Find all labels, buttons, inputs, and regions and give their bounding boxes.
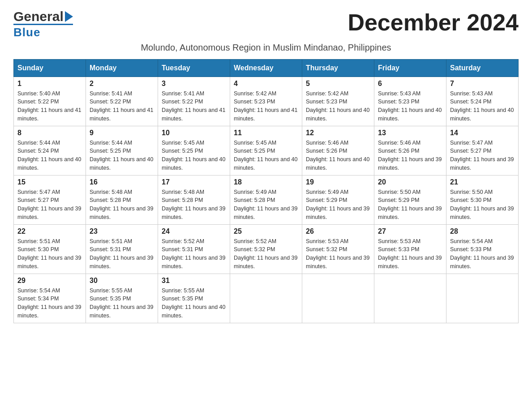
logo-arrow-icon bbox=[65, 11, 73, 22]
col-thursday: Thursday bbox=[302, 59, 374, 77]
day-info: Sunrise: 5:44 AMSunset: 5:25 PMDaylight:… bbox=[90, 140, 153, 171]
calendar-week-row: 29 Sunrise: 5:54 AMSunset: 5:34 PMDaylig… bbox=[14, 274, 519, 323]
calendar-day-cell: 18 Sunrise: 5:49 AMSunset: 5:28 PMDaylig… bbox=[230, 175, 302, 224]
col-friday: Friday bbox=[374, 59, 446, 77]
day-info: Sunrise: 5:51 AMSunset: 5:31 PMDaylight:… bbox=[90, 238, 153, 270]
header: General Blue December 2024 bbox=[13, 9, 519, 39]
day-number: 20 bbox=[378, 178, 442, 186]
day-number: 25 bbox=[234, 227, 298, 235]
day-number: 1 bbox=[17, 80, 82, 88]
calendar-day-cell: 31 Sunrise: 5:55 AMSunset: 5:35 PMDaylig… bbox=[158, 274, 230, 323]
calendar-day-cell bbox=[302, 274, 374, 323]
day-number: 28 bbox=[450, 227, 515, 235]
calendar-day-cell bbox=[446, 274, 519, 323]
day-number: 7 bbox=[450, 80, 515, 88]
day-number: 29 bbox=[17, 277, 82, 285]
day-info: Sunrise: 5:46 AMSunset: 5:26 PMDaylight:… bbox=[378, 140, 442, 171]
day-number: 2 bbox=[90, 80, 154, 88]
day-info: Sunrise: 5:44 AMSunset: 5:24 PMDaylight:… bbox=[17, 140, 81, 171]
day-info: Sunrise: 5:55 AMSunset: 5:35 PMDaylight:… bbox=[90, 287, 153, 319]
day-info: Sunrise: 5:55 AMSunset: 5:35 PMDaylight:… bbox=[162, 287, 225, 319]
calendar-day-cell: 6 Sunrise: 5:43 AMSunset: 5:23 PMDayligh… bbox=[374, 77, 446, 126]
day-number: 18 bbox=[234, 178, 298, 186]
calendar-day-cell: 5 Sunrise: 5:42 AMSunset: 5:23 PMDayligh… bbox=[302, 77, 374, 126]
calendar-day-cell: 13 Sunrise: 5:46 AMSunset: 5:26 PMDaylig… bbox=[374, 126, 446, 175]
calendar-week-row: 8 Sunrise: 5:44 AMSunset: 5:24 PMDayligh… bbox=[14, 126, 519, 175]
col-monday: Monday bbox=[86, 59, 158, 77]
day-info: Sunrise: 5:52 AMSunset: 5:32 PMDaylight:… bbox=[234, 238, 297, 270]
day-info: Sunrise: 5:46 AMSunset: 5:26 PMDaylight:… bbox=[306, 140, 369, 171]
day-number: 21 bbox=[450, 178, 515, 186]
calendar-day-cell: 8 Sunrise: 5:44 AMSunset: 5:24 PMDayligh… bbox=[14, 126, 86, 175]
day-number: 9 bbox=[90, 129, 154, 137]
day-number: 3 bbox=[162, 80, 226, 88]
day-info: Sunrise: 5:49 AMSunset: 5:28 PMDaylight:… bbox=[234, 189, 297, 220]
calendar-day-cell: 19 Sunrise: 5:49 AMSunset: 5:29 PMDaylig… bbox=[302, 175, 374, 224]
calendar-day-cell: 15 Sunrise: 5:47 AMSunset: 5:27 PMDaylig… bbox=[14, 175, 86, 224]
col-wednesday: Wednesday bbox=[230, 59, 302, 77]
day-info: Sunrise: 5:52 AMSunset: 5:31 PMDaylight:… bbox=[162, 238, 225, 270]
calendar-day-cell bbox=[374, 274, 446, 323]
day-info: Sunrise: 5:49 AMSunset: 5:29 PMDaylight:… bbox=[306, 189, 369, 220]
day-info: Sunrise: 5:41 AMSunset: 5:22 PMDaylight:… bbox=[162, 90, 225, 122]
day-info: Sunrise: 5:50 AMSunset: 5:30 PMDaylight:… bbox=[450, 189, 514, 220]
day-info: Sunrise: 5:54 AMSunset: 5:33 PMDaylight:… bbox=[450, 238, 514, 270]
day-number: 4 bbox=[234, 80, 298, 88]
logo: General Blue bbox=[13, 9, 73, 39]
day-number: 23 bbox=[90, 227, 154, 235]
day-number: 16 bbox=[90, 178, 154, 186]
calendar-day-cell: 25 Sunrise: 5:52 AMSunset: 5:32 PMDaylig… bbox=[230, 224, 302, 274]
calendar-header-row: Sunday Monday Tuesday Wednesday Thursday… bbox=[14, 59, 519, 77]
logo-line1: General bbox=[13, 9, 73, 24]
calendar-day-cell: 14 Sunrise: 5:47 AMSunset: 5:27 PMDaylig… bbox=[446, 126, 519, 175]
calendar-day-cell: 17 Sunrise: 5:48 AMSunset: 5:28 PMDaylig… bbox=[158, 175, 230, 224]
calendar-day-cell: 22 Sunrise: 5:51 AMSunset: 5:30 PMDaylig… bbox=[14, 224, 86, 274]
day-info: Sunrise: 5:43 AMSunset: 5:23 PMDaylight:… bbox=[378, 90, 442, 122]
calendar-day-cell: 9 Sunrise: 5:44 AMSunset: 5:25 PMDayligh… bbox=[86, 126, 158, 175]
day-number: 13 bbox=[378, 129, 442, 137]
day-info: Sunrise: 5:42 AMSunset: 5:23 PMDaylight:… bbox=[306, 90, 369, 122]
calendar-week-row: 22 Sunrise: 5:51 AMSunset: 5:30 PMDaylig… bbox=[14, 224, 519, 274]
day-info: Sunrise: 5:48 AMSunset: 5:28 PMDaylight:… bbox=[162, 189, 225, 220]
day-number: 22 bbox=[17, 227, 82, 235]
day-number: 5 bbox=[306, 80, 370, 88]
calendar-day-cell: 3 Sunrise: 5:41 AMSunset: 5:22 PMDayligh… bbox=[158, 77, 230, 126]
day-info: Sunrise: 5:42 AMSunset: 5:23 PMDaylight:… bbox=[234, 90, 297, 122]
day-info: Sunrise: 5:50 AMSunset: 5:29 PMDaylight:… bbox=[378, 189, 442, 220]
day-number: 12 bbox=[306, 129, 370, 137]
day-info: Sunrise: 5:47 AMSunset: 5:27 PMDaylight:… bbox=[17, 189, 81, 220]
col-sunday: Sunday bbox=[14, 59, 86, 77]
day-info: Sunrise: 5:47 AMSunset: 5:27 PMDaylight:… bbox=[450, 140, 514, 171]
calendar-day-cell: 30 Sunrise: 5:55 AMSunset: 5:35 PMDaylig… bbox=[86, 274, 158, 323]
calendar-week-row: 1 Sunrise: 5:40 AMSunset: 5:22 PMDayligh… bbox=[14, 77, 519, 126]
calendar-day-cell: 28 Sunrise: 5:54 AMSunset: 5:33 PMDaylig… bbox=[446, 224, 519, 274]
calendar-day-cell: 27 Sunrise: 5:53 AMSunset: 5:33 PMDaylig… bbox=[374, 224, 446, 274]
calendar-day-cell: 7 Sunrise: 5:43 AMSunset: 5:24 PMDayligh… bbox=[446, 77, 519, 126]
calendar-day-cell: 1 Sunrise: 5:40 AMSunset: 5:22 PMDayligh… bbox=[14, 77, 86, 126]
day-info: Sunrise: 5:40 AMSunset: 5:22 PMDaylight:… bbox=[17, 90, 81, 122]
calendar-day-cell: 21 Sunrise: 5:50 AMSunset: 5:30 PMDaylig… bbox=[446, 175, 519, 224]
day-number: 17 bbox=[162, 178, 226, 186]
day-number: 31 bbox=[162, 277, 226, 285]
calendar-day-cell: 23 Sunrise: 5:51 AMSunset: 5:31 PMDaylig… bbox=[86, 224, 158, 274]
day-number: 19 bbox=[306, 178, 370, 186]
day-info: Sunrise: 5:54 AMSunset: 5:34 PMDaylight:… bbox=[17, 287, 81, 319]
day-info: Sunrise: 5:45 AMSunset: 5:25 PMDaylight:… bbox=[234, 140, 297, 171]
day-number: 15 bbox=[17, 178, 82, 186]
logo-general-text: General bbox=[13, 9, 64, 24]
calendar-day-cell: 10 Sunrise: 5:45 AMSunset: 5:25 PMDaylig… bbox=[158, 126, 230, 175]
day-info: Sunrise: 5:48 AMSunset: 5:28 PMDaylight:… bbox=[90, 189, 153, 220]
calendar-day-cell: 24 Sunrise: 5:52 AMSunset: 5:31 PMDaylig… bbox=[158, 224, 230, 274]
subtitle: Molundo, Autonomous Region in Muslim Min… bbox=[13, 43, 519, 53]
day-info: Sunrise: 5:41 AMSunset: 5:22 PMDaylight:… bbox=[90, 90, 153, 122]
day-number: 10 bbox=[162, 129, 226, 137]
calendar-day-cell: 11 Sunrise: 5:45 AMSunset: 5:25 PMDaylig… bbox=[230, 126, 302, 175]
day-number: 24 bbox=[162, 227, 226, 235]
calendar-day-cell: 12 Sunrise: 5:46 AMSunset: 5:26 PMDaylig… bbox=[302, 126, 374, 175]
col-saturday: Saturday bbox=[446, 59, 519, 77]
day-number: 8 bbox=[17, 129, 82, 137]
calendar-table: Sunday Monday Tuesday Wednesday Thursday… bbox=[13, 59, 519, 323]
day-info: Sunrise: 5:53 AMSunset: 5:33 PMDaylight:… bbox=[378, 238, 442, 270]
calendar-day-cell: 29 Sunrise: 5:54 AMSunset: 5:34 PMDaylig… bbox=[14, 274, 86, 323]
day-number: 14 bbox=[450, 129, 515, 137]
